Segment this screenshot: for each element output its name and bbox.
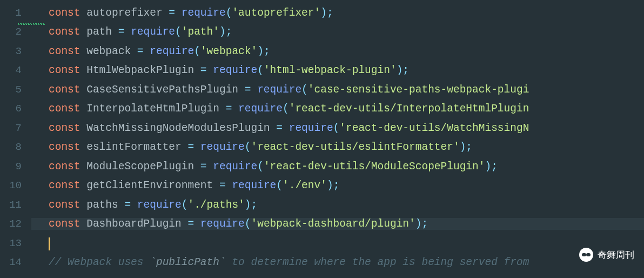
token-pun: = bbox=[118, 26, 125, 38]
code-content[interactable]: const paths = require('./paths'); bbox=[31, 199, 644, 211]
token-id bbox=[194, 141, 200, 153]
code-content[interactable]: const HtmlWebpackPlugin = require('html-… bbox=[31, 64, 644, 76]
token-pun: ; bbox=[333, 180, 340, 191]
token-fn: require bbox=[257, 84, 301, 96]
code-line[interactable]: 4const HtmlWebpackPlugin = require('html… bbox=[0, 61, 644, 81]
token-str: 'case-sensitive-paths-webpack-plugi bbox=[308, 84, 529, 96]
token-pun: = bbox=[200, 161, 207, 173]
token-pun: = bbox=[124, 199, 131, 211]
code-line[interactable]: 13 bbox=[0, 234, 644, 253]
code-content[interactable]: const eslintFormatter = require('react-d… bbox=[31, 141, 644, 153]
token-str: 'autoprefixer' bbox=[232, 7, 320, 19]
token-pun: = bbox=[276, 122, 283, 134]
token-pun: = bbox=[169, 7, 175, 19]
token-fn: require bbox=[182, 7, 226, 19]
token-kw: const bbox=[49, 180, 81, 191]
line-number: 8 bbox=[0, 141, 31, 153]
code-line[interactable]: 10const getClientEnvironment = require('… bbox=[0, 176, 644, 196]
token-str: 'react-dev-utils/eslintFormatter' bbox=[251, 141, 459, 153]
token-kw: const bbox=[49, 45, 81, 57]
token-id bbox=[175, 7, 182, 19]
token-id: paths bbox=[81, 199, 125, 211]
token-pun: ; bbox=[251, 199, 258, 211]
code-content[interactable]: const DashboardPlugin = require('webpack… bbox=[31, 218, 644, 230]
token-str: 'webpack' bbox=[200, 45, 257, 57]
code-content[interactable]: const autoprefixer = require('autoprefix… bbox=[31, 7, 644, 19]
token-id bbox=[131, 199, 137, 211]
line-number: 7 bbox=[0, 122, 31, 134]
code-line[interactable]: 7const WatchMissingNodeModulesPlugin = r… bbox=[0, 118, 644, 138]
token-str: 'path' bbox=[182, 26, 219, 38]
token-pun: = bbox=[200, 64, 207, 76]
token-str: 'react-dev-utils/WatchMissingN bbox=[339, 122, 529, 134]
token-kw: const bbox=[49, 199, 81, 211]
token-str: 'react-dev-utils/ModuleScopePlugin' bbox=[264, 161, 485, 173]
token-pun: ( bbox=[276, 180, 283, 191]
token-pun: ( bbox=[245, 141, 251, 153]
token-id: autoprefixer bbox=[81, 7, 169, 19]
token-fn: require bbox=[200, 218, 245, 230]
token-id bbox=[283, 122, 289, 134]
code-content[interactable]: const getClientEnvironment = require('./… bbox=[31, 180, 644, 191]
code-content[interactable]: const CaseSensitivePathsPlugin = require… bbox=[31, 84, 644, 96]
code-line[interactable]: 9const ModuleScopePlugin = require('reac… bbox=[0, 157, 644, 176]
token-id bbox=[124, 26, 131, 38]
code-line[interactable]: 5const CaseSensitivePathsPlugin = requir… bbox=[0, 80, 644, 100]
code-content[interactable]: const path = require('path'); bbox=[31, 26, 644, 38]
token-pun: ( bbox=[257, 161, 264, 173]
token-kw: const bbox=[49, 141, 81, 153]
token-str: './paths' bbox=[187, 199, 244, 211]
line-number: 1 bbox=[0, 7, 31, 19]
token-id: DashboardPlugin bbox=[81, 218, 188, 230]
token-pun: = bbox=[137, 45, 144, 57]
token-fn: require bbox=[232, 180, 276, 191]
code-line[interactable]: 2const path = require('path'); bbox=[0, 23, 644, 42]
token-pun: ( bbox=[333, 122, 340, 134]
token-pun: = bbox=[226, 103, 232, 115]
token-pun: ; bbox=[226, 26, 232, 38]
token-fn: require bbox=[150, 45, 194, 57]
line-number: 4 bbox=[0, 64, 31, 76]
code-line[interactable]: 8const eslintFormatter = require('react-… bbox=[0, 138, 644, 157]
token-kw: const bbox=[49, 84, 81, 96]
code-line[interactable]: 14// Webpack uses `publicPath` to determ… bbox=[0, 253, 644, 273]
token-pun: ) bbox=[320, 7, 327, 19]
token-pun: = bbox=[219, 180, 226, 191]
token-pun: ( bbox=[245, 218, 251, 230]
code-content[interactable]: const WatchMissingNodeModulesPlugin = re… bbox=[31, 122, 644, 134]
code-content[interactable]: // Webpack uses `publicPath` to determin… bbox=[31, 256, 644, 268]
token-pun: ( bbox=[283, 103, 289, 115]
text-caret bbox=[49, 237, 50, 250]
token-id: InterpolateHtmlPlugin bbox=[81, 103, 226, 115]
token-kw: const bbox=[49, 103, 81, 115]
code-line[interactable]: 6const InterpolateHtmlPlugin = require('… bbox=[0, 100, 644, 119]
code-content[interactable] bbox=[31, 235, 644, 251]
token-pun: ; bbox=[491, 161, 498, 173]
token-id: getClientEnvironment bbox=[81, 180, 219, 191]
code-content[interactable]: const InterpolateHtmlPlugin = require('r… bbox=[31, 103, 644, 115]
token-pun: ; bbox=[403, 64, 409, 76]
token-fn: require bbox=[131, 26, 175, 38]
token-str: 'webpack-dashboard/plugin' bbox=[251, 218, 415, 230]
token-id bbox=[207, 64, 213, 76]
token-id bbox=[232, 103, 238, 115]
code-line[interactable]: 12const DashboardPlugin = require('webpa… bbox=[0, 215, 644, 234]
code-line[interactable]: 3const webpack = require('webpack'); bbox=[0, 42, 644, 61]
token-kw: const bbox=[49, 122, 81, 134]
token-str: 'react-dev-utils/InterpolateHtmlPlugin bbox=[289, 103, 529, 115]
code-line[interactable]: 1const autoprefixer = require('autoprefi… bbox=[0, 3, 644, 23]
code-content[interactable]: const webpack = require('webpack'); bbox=[31, 45, 644, 57]
code-editor[interactable]: 1const autoprefixer = require('autoprefi… bbox=[0, 0, 644, 278]
code-content[interactable]: const ModuleScopePlugin = require('react… bbox=[31, 161, 644, 173]
token-pun: ) bbox=[257, 45, 264, 57]
line-number: 5 bbox=[0, 84, 31, 96]
line-number: 11 bbox=[0, 199, 31, 211]
token-pun: ( bbox=[257, 64, 264, 76]
token-pun: ( bbox=[182, 199, 188, 211]
token-id: HtmlWebpackPlugin bbox=[81, 64, 200, 76]
token-kw: const bbox=[49, 161, 81, 173]
token-fn: require bbox=[213, 64, 257, 76]
token-fn: require bbox=[200, 141, 245, 153]
token-id bbox=[144, 45, 150, 57]
code-line[interactable]: 11const paths = require('./paths'); bbox=[0, 195, 644, 215]
